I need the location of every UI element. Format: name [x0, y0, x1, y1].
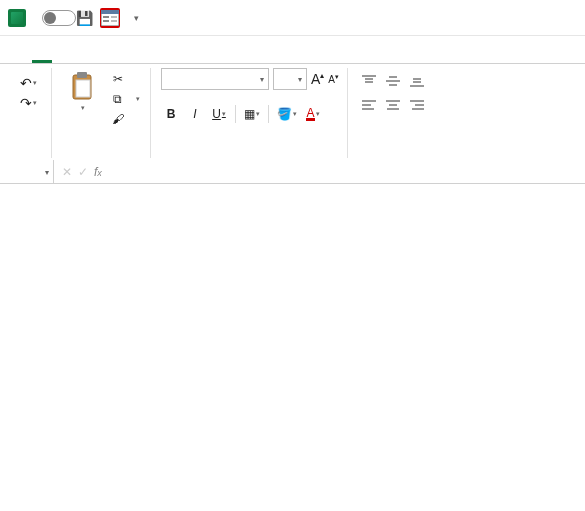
- align-middle-button[interactable]: [382, 72, 404, 90]
- svg-rect-3: [103, 20, 109, 22]
- grow-font-button[interactable]: A▴: [311, 71, 324, 87]
- tab-developer[interactable]: [186, 53, 206, 63]
- autosave-toggle[interactable]: [36, 10, 64, 26]
- toggle-switch-icon[interactable]: [42, 10, 76, 26]
- save-button[interactable]: 💾: [74, 8, 94, 28]
- tab-view[interactable]: [164, 53, 184, 63]
- group-label-font: [161, 154, 339, 158]
- separator: [235, 105, 236, 123]
- tab-file[interactable]: [10, 53, 30, 63]
- italic-button[interactable]: I: [185, 104, 205, 124]
- svg-rect-8: [76, 80, 90, 97]
- accept-formula-icon[interactable]: ✓: [78, 165, 88, 179]
- redo-icon: ↷: [20, 95, 32, 111]
- tab-home[interactable]: [32, 50, 52, 63]
- bucket-icon: 🪣: [277, 107, 292, 121]
- chevron-down-icon: ▾: [45, 167, 49, 176]
- font-name-select[interactable]: ▾: [161, 68, 269, 90]
- group-label-alignment: [358, 142, 428, 158]
- form-button[interactable]: [100, 8, 120, 28]
- redo-button[interactable]: ↷▾: [17, 94, 41, 112]
- formula-bar: ▾ ✕ ✓ fx: [0, 160, 585, 184]
- worksheet[interactable]: [0, 184, 585, 511]
- cut-button[interactable]: ✂: [108, 70, 142, 87]
- paste-button[interactable]: ▾: [62, 68, 102, 112]
- clipboard-icon: [68, 72, 96, 100]
- quick-access-toolbar: 💾 ▾: [74, 8, 146, 28]
- ribbon: ↶▾ ↷▾ ▾ ✂ ⧉▾ 🖌 ▾ ▾ A: [0, 64, 585, 160]
- paintbrush-icon: 🖌: [110, 111, 125, 126]
- insert-function-button[interactable]: fx: [94, 165, 102, 179]
- border-icon: ▦: [244, 107, 255, 121]
- align-right-button[interactable]: [406, 96, 428, 114]
- form-icon: [101, 10, 119, 26]
- fill-color-button[interactable]: 🪣▾: [275, 104, 299, 124]
- borders-button[interactable]: ▦▾: [242, 104, 262, 124]
- svg-rect-7: [77, 72, 87, 78]
- group-label-clipboard: [62, 154, 142, 158]
- ribbon-tabs: [0, 36, 585, 64]
- shrink-font-button[interactable]: A▾: [328, 73, 339, 85]
- format-painter-button[interactable]: 🖌: [108, 110, 142, 127]
- name-box[interactable]: ▾: [0, 160, 54, 183]
- save-icon: 💾: [76, 10, 93, 26]
- chevron-down-icon: ▾: [134, 13, 139, 23]
- title-bar: 💾 ▾: [0, 0, 585, 36]
- svg-rect-4: [111, 16, 117, 18]
- bold-button[interactable]: B: [161, 104, 181, 124]
- copy-icon: ⧉: [110, 91, 125, 106]
- align-bottom-button[interactable]: [406, 72, 428, 90]
- tab-data[interactable]: [120, 53, 140, 63]
- excel-app-icon: [8, 9, 26, 27]
- undo-button[interactable]: ↶▾: [17, 74, 41, 92]
- svg-rect-5: [111, 20, 117, 22]
- tab-formulas[interactable]: [98, 53, 118, 63]
- cancel-formula-icon[interactable]: ✕: [62, 165, 72, 179]
- separator: [268, 105, 269, 123]
- group-label-undo: [14, 154, 43, 158]
- align-top-button[interactable]: [358, 72, 380, 90]
- chevron-down-icon: ▾: [260, 75, 264, 84]
- underline-button[interactable]: U▾: [209, 104, 229, 124]
- svg-rect-1: [101, 10, 119, 14]
- formula-buttons: ✕ ✓ fx: [54, 165, 110, 179]
- align-center-button[interactable]: [382, 96, 404, 114]
- chevron-down-icon: ▾: [81, 104, 85, 112]
- font-color-button[interactable]: A▾: [303, 104, 323, 124]
- undo-icon: ↶: [20, 75, 32, 91]
- font-size-select[interactable]: ▾: [273, 68, 307, 90]
- qat-customize-button[interactable]: ▾: [126, 8, 146, 28]
- chevron-down-icon: ▾: [298, 75, 302, 84]
- svg-rect-2: [103, 16, 109, 18]
- tab-review[interactable]: [142, 53, 162, 63]
- align-left-button[interactable]: [358, 96, 380, 114]
- font-color-icon: A: [306, 108, 314, 121]
- tab-page-layout[interactable]: [76, 53, 96, 63]
- tab-insert[interactable]: [54, 53, 74, 63]
- copy-button[interactable]: ⧉▾: [108, 90, 142, 107]
- scissors-icon: ✂: [110, 71, 125, 86]
